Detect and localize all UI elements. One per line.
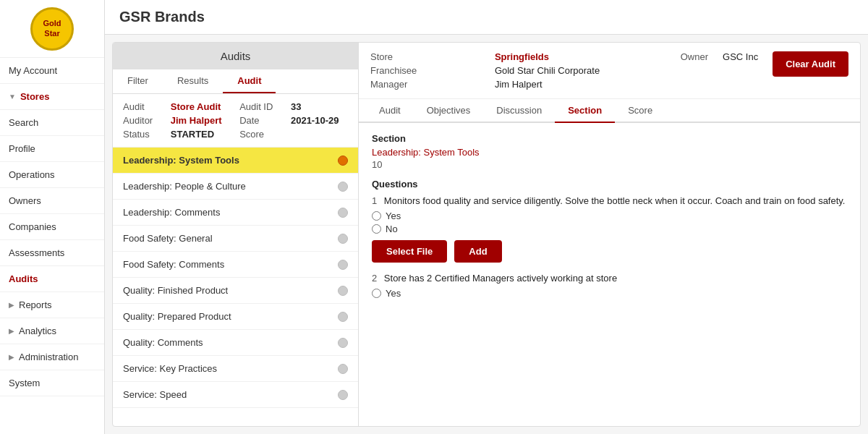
section-item-label-2: Leadership: Comments bbox=[123, 207, 220, 218]
section-content-title: Section bbox=[372, 133, 847, 144]
question-item-1: 1 Monitors food quality and service dili… bbox=[372, 195, 847, 263]
audit-id-label: Audit ID bbox=[239, 101, 282, 112]
section-item-1[interactable]: Leadership: People & Culture bbox=[113, 174, 358, 200]
question-text-1: 1 Monitors food quality and service dili… bbox=[372, 195, 847, 206]
section-content-score: 10 bbox=[372, 159, 847, 170]
radio-yes-input-2[interactable] bbox=[372, 289, 381, 298]
sidebar-item-audits[interactable]: Audits bbox=[0, 266, 104, 292]
right-tab-score[interactable]: Score bbox=[615, 99, 665, 123]
right-tab-section[interactable]: Section bbox=[555, 99, 615, 123]
sidebar-item-assessments[interactable]: Assessments bbox=[0, 240, 104, 266]
store-info-grid: Store Springfields Franchisee Gold Star … bbox=[370, 51, 666, 90]
sidebar-item-label: My Account bbox=[9, 65, 57, 76]
sidebar-item-operations[interactable]: Operations bbox=[0, 162, 104, 188]
score-label: Score bbox=[239, 129, 282, 140]
section-dot-6 bbox=[338, 312, 348, 322]
section-item-0[interactable]: Leadership: System Tools bbox=[113, 148, 358, 174]
right-panel: Store Springfields Franchisee Gold Star … bbox=[359, 43, 860, 426]
section-item-label-0: Leadership: System Tools bbox=[123, 155, 239, 166]
question-text-2: 2 Store has 2 Certified Managers activel… bbox=[372, 273, 847, 284]
section-item-label-3: Food Safety: General bbox=[123, 233, 213, 244]
audit-id-value: 33 bbox=[291, 101, 348, 112]
section-dot-8 bbox=[338, 364, 348, 374]
audits-container: Audits Filter Results Audit Audit Store … bbox=[112, 42, 861, 427]
section-item-4[interactable]: Food Safety: Comments bbox=[113, 252, 358, 278]
right-tab-objectives[interactable]: Objectives bbox=[414, 99, 484, 123]
sidebar-item-my-account[interactable]: My Account bbox=[0, 58, 104, 84]
sidebar-item-administration[interactable]: ▶ Administration bbox=[0, 344, 104, 370]
logo-icon: Gold Star bbox=[30, 7, 74, 51]
tab-audit[interactable]: Audit bbox=[223, 69, 276, 93]
tab-results[interactable]: Results bbox=[163, 69, 223, 93]
radio-yes-2: Yes bbox=[372, 288, 847, 299]
section-dot-7 bbox=[338, 338, 348, 348]
sidebar-item-label: Operations bbox=[9, 169, 55, 180]
sidebar-item-search[interactable]: Search bbox=[0, 110, 104, 136]
manager-value: Jim Halpert bbox=[495, 79, 666, 90]
sidebar-item-label: Assessments bbox=[9, 247, 64, 258]
section-content: Section Leadership: System Tools 10 Ques… bbox=[359, 123, 860, 426]
section-item-3[interactable]: Food Safety: General bbox=[113, 226, 358, 252]
sidebar-item-system[interactable]: System bbox=[0, 370, 104, 396]
sidebar-item-label: Companies bbox=[9, 221, 56, 232]
sidebar-item-label: Reports bbox=[19, 299, 52, 310]
section-item-2[interactable]: Leadership: Comments bbox=[113, 200, 358, 226]
sidebar-item-label: Profile bbox=[9, 143, 35, 154]
section-content-name: Leadership: System Tools bbox=[372, 147, 847, 158]
administration-arrow-icon: ▶ bbox=[9, 353, 14, 361]
sidebar-logo: Gold Star bbox=[0, 0, 104, 58]
radio-no-label-1: No bbox=[386, 224, 398, 234]
question-item-2: 2 Store has 2 Certified Managers activel… bbox=[372, 273, 847, 299]
audits-tabs: Filter Results Audit bbox=[113, 69, 358, 94]
section-item-7[interactable]: Quality: Comments bbox=[113, 330, 358, 356]
radio-yes-1: Yes bbox=[372, 210, 847, 221]
audit-value: Store Audit bbox=[171, 101, 231, 112]
radio-yes-input-1[interactable] bbox=[372, 211, 381, 221]
tab-filter[interactable]: Filter bbox=[113, 69, 163, 93]
store-label: Store bbox=[370, 51, 483, 62]
question-content-2: Store has 2 Certified Managers actively … bbox=[384, 273, 617, 284]
section-item-label-9: Service: Speed bbox=[123, 389, 187, 400]
right-tab-audit[interactable]: Audit bbox=[366, 99, 414, 123]
sidebar: Gold Star My Account ▼ Stores Search Pro… bbox=[0, 0, 105, 434]
sidebar-item-label: Administration bbox=[19, 352, 78, 362]
right-tab-discussion[interactable]: Discussion bbox=[483, 99, 555, 123]
section-item-9[interactable]: Service: Speed bbox=[113, 382, 358, 408]
main-content: GSR Brands Audits Filter Results Audit A… bbox=[105, 0, 868, 434]
section-item-5[interactable]: Quality: Finished Product bbox=[113, 278, 358, 304]
section-item-8[interactable]: Service: Key Practices bbox=[113, 356, 358, 382]
right-tabs-bar: Audit Objectives Discussion Section Scor… bbox=[359, 99, 860, 123]
clear-audit-button[interactable]: Clear Audit bbox=[773, 51, 848, 77]
analytics-arrow-icon: ▶ bbox=[9, 327, 14, 335]
section-item-label-1: Leadership: People & Culture bbox=[123, 181, 246, 192]
store-header: Store Springfields Franchisee Gold Star … bbox=[359, 43, 860, 99]
section-dot-1 bbox=[338, 182, 348, 192]
radio-yes-label-2: Yes bbox=[386, 288, 401, 299]
add-button[interactable]: Add bbox=[454, 240, 501, 263]
franchisee-value: Gold Star Chili Corporate bbox=[495, 65, 666, 76]
sidebar-item-reports[interactable]: ▶ Reports bbox=[0, 292, 104, 318]
store-value: Springfields bbox=[495, 51, 666, 62]
radio-no-1: No bbox=[372, 224, 847, 234]
sidebar-item-label: Owners bbox=[9, 195, 41, 206]
sidebar-item-analytics[interactable]: ▶ Analytics bbox=[0, 318, 104, 344]
question-content-1: Monitors food quality and service dilige… bbox=[384, 195, 846, 206]
auditor-label: Auditor bbox=[123, 115, 162, 126]
sidebar-item-companies[interactable]: Companies bbox=[0, 214, 104, 240]
select-file-button[interactable]: Select File bbox=[372, 240, 447, 263]
sidebar-item-owners[interactable]: Owners bbox=[0, 188, 104, 214]
question-number-1: 1 bbox=[372, 195, 377, 206]
radio-no-input-1[interactable] bbox=[372, 224, 381, 234]
section-dot-9 bbox=[338, 390, 348, 400]
section-dot-0 bbox=[338, 156, 348, 166]
owner-label: Owner bbox=[681, 51, 708, 62]
sidebar-item-label: System bbox=[9, 378, 40, 388]
section-item-6[interactable]: Quality: Prepared Product bbox=[113, 304, 358, 330]
sidebar-item-stores[interactable]: ▼ Stores bbox=[0, 84, 104, 110]
section-item-label-4: Food Safety: Comments bbox=[123, 259, 224, 270]
sidebar-item-profile[interactable]: Profile bbox=[0, 136, 104, 162]
auditor-value: Jim Halpert bbox=[171, 115, 231, 126]
section-item-label-5: Quality: Finished Product bbox=[123, 285, 228, 296]
page-title: GSR Brands bbox=[105, 0, 868, 35]
franchisee-label: Franchisee bbox=[370, 65, 483, 76]
